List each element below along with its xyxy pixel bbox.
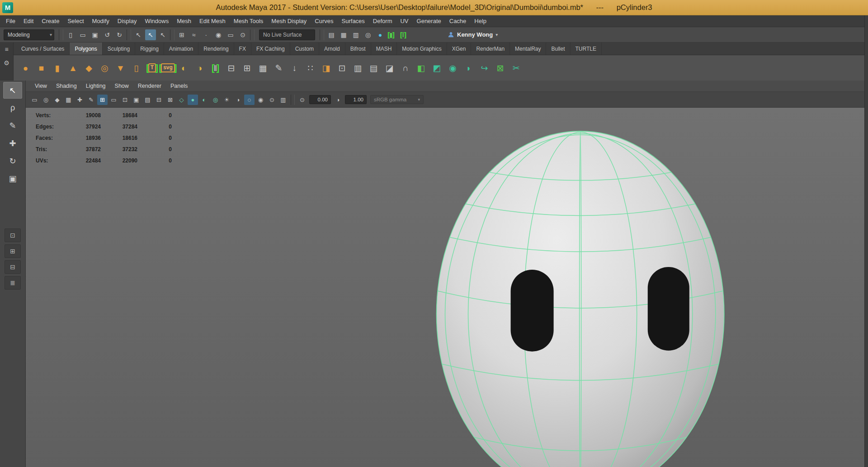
snap-to-projected-center-icon[interactable]: [ ◉ ] xyxy=(213,29,224,40)
snap-to-grid-icon[interactable]: [ ⊞ ] xyxy=(176,29,187,40)
poly-cone-icon[interactable]: [ ▲ ] xyxy=(66,59,80,77)
shaded-icon[interactable]: ● xyxy=(188,95,198,105)
menu-item[interactable]: Windows xyxy=(141,15,173,27)
select-component-icon[interactable]: [ ↖ ] xyxy=(157,29,168,40)
redo-icon[interactable]: [ ↻ ] xyxy=(114,29,125,40)
smooth-icon[interactable]: [ ⊞ ] xyxy=(240,59,255,77)
poly-torus-icon[interactable]: [ ◎ ] xyxy=(97,59,112,77)
combine-icon[interactable]: [ ‖ ] xyxy=(208,59,223,77)
field-chart-icon[interactable]: ▤ xyxy=(142,95,153,105)
save-scene-icon[interactable]: [ ▣ ] xyxy=(90,29,100,40)
render-view-icon[interactable]: [ ▤ ] xyxy=(326,29,337,40)
left-eye[interactable] xyxy=(511,270,554,352)
offset-edge-loop-icon[interactable]: [ ▤ ] xyxy=(366,59,381,77)
user-account-menu[interactable]: Kenny Wong ▾ xyxy=(448,31,498,38)
mirror-icon[interactable]: [ ◨ ] xyxy=(319,59,334,77)
film-gate-icon[interactable]: ▭ xyxy=(108,95,119,105)
type-tool-icon[interactable]: [ T ] xyxy=(145,59,160,77)
symmetry-toggle-icon[interactable]: [ ▮ ] xyxy=(386,29,396,40)
shelf-tab[interactable]: FX Caching xyxy=(251,43,290,55)
select-tool[interactable]: ↖ xyxy=(3,82,22,99)
toolbar-separator[interactable] xyxy=(250,29,255,40)
shelf-tab[interactable]: Rendering xyxy=(198,43,234,55)
menu-item[interactable]: Modify xyxy=(88,15,113,27)
outliner-list-button[interactable]: ≣ xyxy=(5,276,21,290)
target-weld-icon[interactable]: [ ◉ ] xyxy=(445,59,460,77)
shelf-tab[interactable]: Arnold xyxy=(319,43,345,55)
shelf-tab[interactable]: Polygons xyxy=(70,43,102,55)
shelf-tab[interactable]: MentalRay xyxy=(510,43,546,55)
motion-blur-icon[interactable]: ◉ xyxy=(255,95,266,105)
shelf-tab[interactable]: Curves / Surfaces xyxy=(16,43,70,55)
poly-plane-icon[interactable]: [ ◆ ] xyxy=(81,59,96,77)
render-settings-icon[interactable]: [ ▥ ] xyxy=(350,29,361,40)
safe-action-icon[interactable]: ⊟ xyxy=(154,95,164,105)
lighting-icon[interactable]: ☀ xyxy=(222,95,232,105)
menu-item[interactable]: Create xyxy=(38,15,63,27)
panel-menu-item[interactable]: Panels xyxy=(166,83,192,89)
create-polygon-icon[interactable]: [ ✎ ] xyxy=(271,59,286,77)
poly-sphere-icon[interactable]: [ ● ] xyxy=(18,59,33,77)
grease-pencil-icon[interactable]: ✎ xyxy=(86,95,96,105)
lasso-select-tool[interactable]: ρ xyxy=(3,100,22,116)
svg-tool-icon[interactable]: [ svg ] xyxy=(160,59,175,77)
menu-item[interactable]: Mesh Tools xyxy=(230,15,268,27)
wireframe-icon[interactable]: ◇ xyxy=(176,95,187,105)
scale-tool[interactable]: ▣ xyxy=(3,170,22,187)
single-pane-layout-button[interactable]: ⊡ xyxy=(5,229,21,242)
toolbar-separator[interactable] xyxy=(320,29,324,40)
viewport-3d[interactable]: Verts: 19008 18684 0 Edges: 37924 37284 … xyxy=(26,108,868,467)
panel-menu-item[interactable]: Show xyxy=(110,83,133,89)
shelf-tab[interactable]: Animation xyxy=(164,43,198,55)
sweep-mesh-icon[interactable]: [ ◐ ] xyxy=(176,59,191,77)
shadows-icon[interactable]: ◑ xyxy=(233,95,243,105)
highlight-selection-icon[interactable]: [ ‖ ] xyxy=(398,29,409,40)
append-to-polygon-icon[interactable]: [ ⊡ ] xyxy=(335,59,349,77)
extrude-icon[interactable]: [ ↓ ] xyxy=(287,59,302,77)
grid-icon[interactable]: ⊞ xyxy=(97,95,108,105)
exposure-icon[interactable]: ⊙ xyxy=(297,95,307,105)
gate-mask-icon[interactable]: ▣ xyxy=(131,95,142,105)
menu-item[interactable]: UV xyxy=(396,15,412,27)
paint-select-tool[interactable]: ✎ xyxy=(3,117,22,134)
render-current-frame-icon[interactable]: [ ● ] xyxy=(375,29,386,40)
menu-item[interactable]: Display xyxy=(113,15,141,27)
four-pane-layout-button[interactable]: ⊞ xyxy=(5,244,21,258)
menu-item[interactable]: Mesh xyxy=(173,15,195,27)
undo-icon[interactable]: [ ↺ ] xyxy=(102,29,113,40)
open-scene-icon[interactable]: [ ▭ ] xyxy=(77,29,88,40)
menu-item[interactable]: File xyxy=(2,15,19,27)
menu-item[interactable]: Mesh Display xyxy=(267,15,311,27)
exposure-field[interactable]: 0.00 xyxy=(309,95,331,104)
toolbar-separator[interactable] xyxy=(59,29,63,40)
ipr-render-icon[interactable]: [ ◎ ] xyxy=(363,29,373,40)
snap-to-view-plane-icon[interactable]: [ ▭ ] xyxy=(225,29,236,40)
xray-icon[interactable]: ▥ xyxy=(278,95,288,105)
shelf-tab[interactable]: TURTLE xyxy=(571,43,602,55)
reduce-icon[interactable]: [ ▦ ] xyxy=(255,59,270,77)
bookmark-icon[interactable]: ◆ xyxy=(52,95,62,105)
shelf-tab[interactable]: Bifrost xyxy=(345,43,371,55)
shelf-tab[interactable]: Motion Graphics xyxy=(397,43,447,55)
shelf-tab[interactable]: Rigging xyxy=(135,43,164,55)
menu-item[interactable]: Help xyxy=(470,15,491,27)
head-mesh[interactable] xyxy=(436,131,724,467)
menu-item[interactable]: Select xyxy=(63,15,88,27)
shelf-tab[interactable]: XGen xyxy=(447,43,472,55)
image-plane-icon[interactable]: ▦ xyxy=(63,95,74,105)
textured-icon[interactable]: ◐ xyxy=(199,95,209,105)
poly-prism-icon[interactable]: [ ▼ ] xyxy=(113,59,128,77)
snap-to-curve-icon[interactable]: [ ≈ ] xyxy=(189,29,199,40)
title-bar[interactable]: M Autodesk Maya 2017 - Student Version: … xyxy=(0,0,868,15)
menu-item[interactable]: Generate xyxy=(413,15,445,27)
right-eye[interactable] xyxy=(648,267,689,351)
menu-item[interactable]: Deform xyxy=(369,15,396,27)
sculpt-tool-icon[interactable]: [ ◗ ] xyxy=(461,59,476,77)
safe-title-icon[interactable]: ⊠ xyxy=(165,95,175,105)
shelf-menu-icon[interactable]: ≡ xyxy=(5,46,8,52)
menu-item[interactable]: Curves xyxy=(311,15,337,27)
view-transform-dropdown[interactable]: sRGB gamma ▾ xyxy=(370,95,424,104)
shelf-tab[interactable]: Bullet xyxy=(546,43,570,55)
move-tool[interactable]: ✚ xyxy=(3,135,22,152)
make-live-icon[interactable]: [ ⊙ ] xyxy=(237,29,248,40)
